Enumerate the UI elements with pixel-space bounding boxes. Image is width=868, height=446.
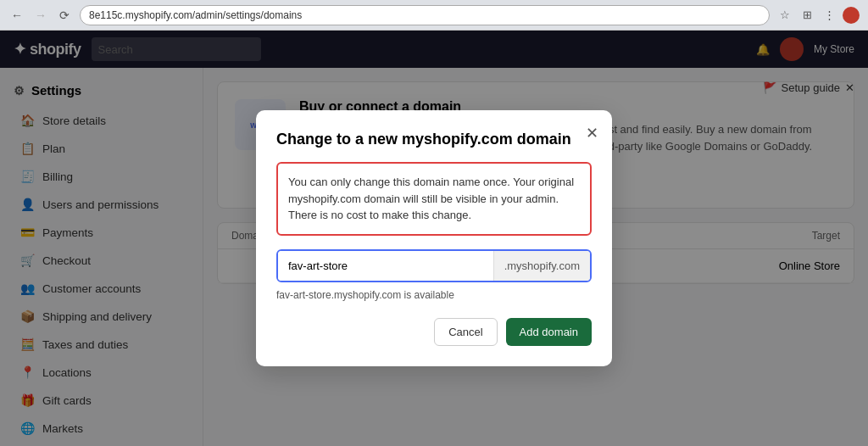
back-button[interactable]: ← <box>8 7 25 24</box>
browser-chrome: ← → ⟳ 8e115c.myshopify.com/admin/setting… <box>0 0 868 31</box>
forward-button[interactable]: → <box>32 7 49 24</box>
browser-actions: ☆ ⊞ ⋮ <box>776 7 860 24</box>
bookmark-button[interactable]: ☆ <box>776 7 793 24</box>
url-text: 8e115c.myshopify.com/admin/settings/doma… <box>89 9 302 21</box>
menu-button[interactable]: ⋮ <box>821 7 837 24</box>
modal-warning-box: You can only change this domain name onc… <box>276 162 592 236</box>
modal-warning-text: You can only change this domain name onc… <box>288 176 574 221</box>
modal-overlay[interactable]: Change to a new myshopify.com domain ✕ Y… <box>0 31 868 446</box>
browser-avatar <box>843 7 860 24</box>
modal-input-row: .myshopify.com <box>276 249 592 282</box>
change-domain-modal: Change to a new myshopify.com domain ✕ Y… <box>256 110 612 366</box>
modal-actions: Cancel Add domain <box>276 318 592 346</box>
refresh-button[interactable]: ⟳ <box>56 7 73 24</box>
modal-close-button[interactable]: ✕ <box>586 124 598 142</box>
domain-suffix-label: .myshopify.com <box>493 251 590 281</box>
address-bar[interactable]: 8e115c.myshopify.com/admin/settings/doma… <box>80 5 770 25</box>
extensions-button[interactable]: ⊞ <box>798 7 815 24</box>
cancel-button[interactable]: Cancel <box>434 318 497 346</box>
add-domain-button[interactable]: Add domain <box>506 318 592 346</box>
modal-title: Change to a new myshopify.com domain <box>276 131 592 148</box>
domain-available-text: fav-art-store.myshopify.com is available <box>276 289 592 301</box>
domain-name-input[interactable] <box>278 251 493 281</box>
